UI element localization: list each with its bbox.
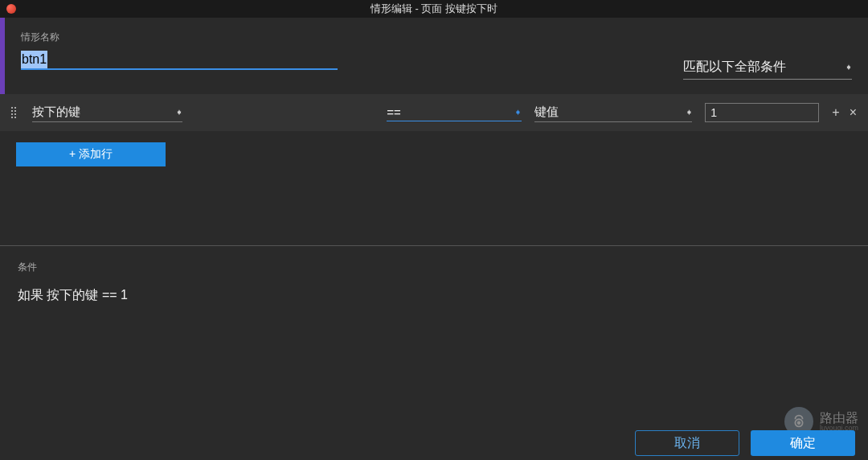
chevron-updown-icon: ▲▼ [686, 112, 692, 113]
remove-icon[interactable]: × [850, 105, 857, 120]
add-row-area: + 添加行 [0, 131, 868, 178]
chevron-updown-icon: ▲▼ [515, 112, 522, 113]
condition-summary: 条件 如果 按下的键 == 1 [0, 246, 868, 318]
condition-expression: 如果 按下的键 == 1 [18, 287, 850, 304]
row-actions: + × [832, 105, 857, 120]
chevron-updown-icon: ▲▼ [845, 67, 852, 68]
add-row-button[interactable]: + 添加行 [16, 142, 166, 166]
svg-point-1 [798, 421, 800, 424]
cancel-button[interactable]: 取消 [635, 430, 739, 456]
match-mode-dropdown[interactable]: 匹配以下全部条件 ▲▼ [683, 59, 852, 80]
condition-row: 按下的键 ▲▼ == ▲▼ 键值 ▲▼ + × [0, 94, 868, 131]
case-section: 情形名称 btn1 匹配以下全部条件 ▲▼ [5, 18, 868, 94]
ok-button[interactable]: 确定 [751, 430, 855, 456]
field-dropdown[interactable]: 按下的键 ▲▼ [32, 103, 182, 122]
match-mode-label: 匹配以下全部条件 [683, 59, 786, 76]
case-edit-area: 情形名称 btn1 匹配以下全部条件 ▲▼ [0, 18, 868, 94]
close-window-icon[interactable] [6, 4, 16, 14]
value-type-dropdown[interactable]: 键值 ▲▼ [534, 103, 693, 122]
drag-handle-icon[interactable] [11, 107, 19, 118]
operator-dropdown[interactable]: == ▲▼ [387, 104, 521, 121]
case-name-value: btn1 [21, 51, 47, 68]
add-icon[interactable]: + [832, 105, 839, 120]
value-input[interactable] [705, 103, 819, 122]
case-name-label: 情形名称 [21, 31, 852, 44]
chevron-updown-icon: ▲▼ [176, 112, 182, 113]
window-title: 情形编辑 - 页面 按键按下时 [371, 2, 497, 16]
condition-label: 条件 [18, 261, 850, 274]
footer: 取消 确定 [0, 426, 868, 460]
titlebar: 情形编辑 - 页面 按键按下时 [0, 0, 868, 18]
